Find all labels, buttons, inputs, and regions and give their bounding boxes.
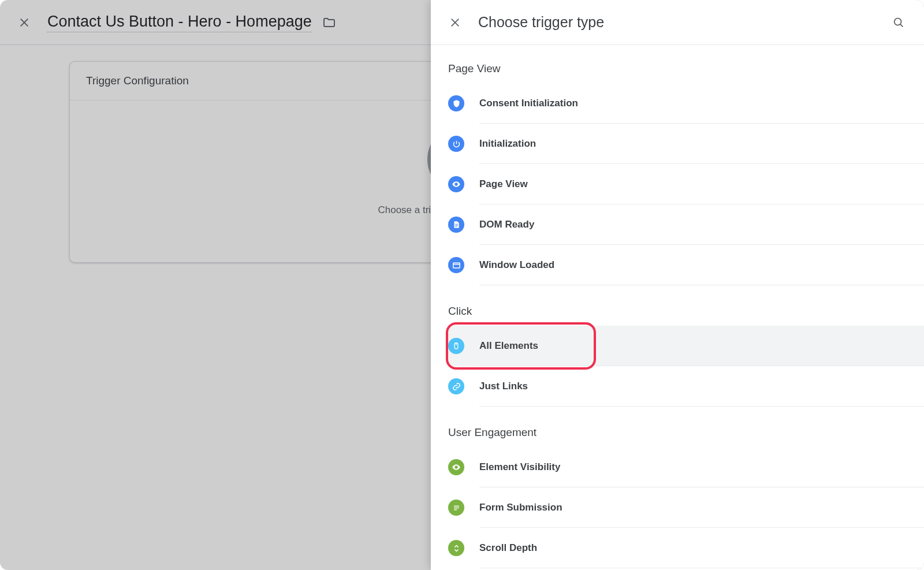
trigger-group-click: Click All Elements Just Links bbox=[431, 300, 924, 407]
trigger-type-page-view[interactable]: Page View bbox=[448, 164, 924, 204]
trigger-type-window-loaded[interactable]: Window Loaded bbox=[448, 245, 924, 285]
trigger-label: DOM Ready bbox=[479, 219, 534, 230]
trigger-type-consent-initialization[interactable]: Consent Initialization bbox=[448, 83, 924, 124]
trigger-label: Form Submission bbox=[479, 502, 562, 513]
svg-point-16 bbox=[456, 467, 457, 468]
folder-icon[interactable] bbox=[322, 16, 336, 29]
trigger-group-page-view: Page View Consent Initialization Initial… bbox=[431, 58, 924, 285]
trigger-type-initialization[interactable]: Initialization bbox=[448, 124, 924, 164]
svg-rect-12 bbox=[453, 263, 459, 268]
choose-trigger-type-panel: Choose trigger type Page View Consent In… bbox=[431, 0, 924, 570]
scroll-icon bbox=[448, 540, 464, 556]
svg-rect-10 bbox=[455, 225, 458, 226]
eye-icon bbox=[448, 459, 464, 475]
trigger-label: Consent Initialization bbox=[479, 98, 578, 109]
trigger-type-element-visibility[interactable]: Element Visibility bbox=[448, 447, 924, 487]
trigger-type-just-links[interactable]: Just Links bbox=[448, 366, 924, 407]
trigger-type-scroll-depth[interactable]: Scroll Depth bbox=[448, 528, 924, 568]
svg-rect-11 bbox=[455, 226, 457, 227]
form-icon bbox=[448, 500, 464, 516]
trigger-name-input[interactable]: Contact Us Button - Hero - Homepage bbox=[47, 13, 312, 32]
trigger-type-dom-ready[interactable]: DOM Ready bbox=[448, 204, 924, 245]
power-icon bbox=[448, 136, 464, 152]
trigger-label: Window Loaded bbox=[479, 259, 554, 271]
svg-point-8 bbox=[456, 184, 457, 185]
trigger-type-all-elements[interactable]: All Elements bbox=[448, 326, 924, 366]
trigger-label: Page View bbox=[479, 178, 528, 190]
group-title: Click bbox=[431, 300, 924, 326]
close-icon[interactable] bbox=[447, 14, 463, 31]
trigger-label: Initialization bbox=[479, 138, 536, 150]
svg-point-6 bbox=[895, 18, 901, 25]
trigger-label: All Elements bbox=[479, 340, 538, 352]
svg-rect-9 bbox=[455, 224, 458, 225]
mouse-icon bbox=[448, 338, 464, 354]
trigger-label: Element Visibility bbox=[479, 461, 560, 473]
trigger-group-user-engagement: User Engagement Element Visibility Form … bbox=[431, 422, 924, 568]
eye-icon bbox=[448, 176, 464, 192]
document-icon bbox=[448, 217, 464, 233]
close-icon[interactable] bbox=[16, 14, 32, 31]
group-title: Page View bbox=[431, 58, 924, 83]
panel-title: Choose trigger type bbox=[478, 14, 891, 31]
window-icon bbox=[448, 257, 464, 273]
panel-header: Choose trigger type bbox=[431, 0, 924, 45]
search-icon[interactable] bbox=[891, 14, 907, 31]
link-icon bbox=[448, 378, 464, 394]
svg-line-7 bbox=[900, 24, 903, 26]
trigger-label: Scroll Depth bbox=[479, 542, 537, 554]
panel-body: Page View Consent Initialization Initial… bbox=[431, 45, 924, 570]
trigger-type-form-submission[interactable]: Form Submission bbox=[448, 487, 924, 528]
group-title: User Engagement bbox=[431, 422, 924, 447]
trigger-label: Just Links bbox=[479, 381, 528, 392]
shield-icon bbox=[448, 95, 464, 111]
